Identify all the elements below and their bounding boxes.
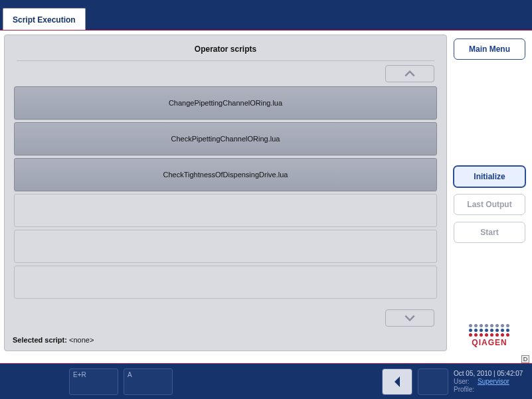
status-box-a[interactable]: A: [124, 368, 173, 395]
logo-dot: [495, 333, 499, 337]
content-row: Operator scripts ChangePipettingChannelO…: [0, 31, 532, 355]
logo-dot: [501, 324, 504, 327]
scroll-up-row: [13, 65, 438, 86]
scroll-up-button[interactable]: [385, 65, 434, 82]
logo-dot: [474, 324, 478, 327]
operator-scripts-panel: Operator scripts ChangePipettingChannelO…: [4, 35, 447, 351]
logo-dot: [469, 329, 472, 332]
logo-dot: [469, 324, 472, 327]
selected-script-value: <none>: [69, 336, 94, 344]
logo-dot: [485, 333, 488, 337]
logo-text: QIAGEN: [472, 338, 507, 347]
pager-next-button[interactable]: [418, 368, 448, 395]
pager: [382, 368, 448, 395]
script-item-empty: [14, 230, 437, 263]
tab-script-execution[interactable]: Script Execution: [3, 8, 86, 30]
script-item-empty: [14, 266, 437, 299]
logo-dot: [480, 324, 483, 327]
logo-dot: [501, 333, 504, 337]
qiagen-logo: QIAGEN: [454, 324, 525, 347]
spacer: [454, 250, 525, 317]
logo-dot: [490, 324, 493, 327]
logo-dot: [495, 324, 499, 327]
spacer: [454, 66, 525, 159]
script-item[interactable]: CheckTightnessOfDispensingDrive.lua: [14, 158, 437, 191]
script-item[interactable]: ChangePipettingChannelORing.lua: [14, 86, 437, 120]
script-item[interactable]: CheckPipettingChannelORing.lua: [14, 122, 437, 155]
status-info: Oct 05, 2010 | 05:42:07 User: Supervisor…: [454, 370, 527, 393]
initialize-button[interactable]: Initialize: [454, 166, 525, 187]
divider: [17, 60, 434, 61]
logo-dot: [480, 333, 483, 337]
selected-script-line: Selected script: <none>: [13, 331, 438, 345]
panel-title: Operator scripts: [13, 42, 438, 60]
last-output-button[interactable]: Last Output: [454, 194, 525, 215]
side-panel: Main Menu Initialize Last Output Start Q…: [451, 35, 528, 351]
user-value[interactable]: Supervisor: [478, 378, 509, 385]
logo-dot: [480, 329, 483, 332]
profile-label: Profile:: [454, 386, 475, 393]
logo-dot: [490, 333, 493, 337]
logo-dot: [474, 333, 478, 337]
logo-dot: [469, 333, 472, 337]
status-bar: E+R A Oct 05, 2010 | 05:42:07 User: Supe…: [0, 363, 532, 399]
logo-dots: [469, 324, 510, 337]
logo-dot: [501, 329, 504, 332]
logo-dot: [506, 324, 509, 327]
d-badge[interactable]: D: [521, 355, 529, 363]
script-list: ChangePipettingChannelORing.lua CheckPip…: [13, 86, 438, 309]
user-label: User:: [454, 378, 475, 385]
logo-dot: [485, 324, 488, 327]
status-datetime: Oct 05, 2010 | 05:42:07: [454, 370, 523, 377]
status-box-er[interactable]: E+R: [69, 368, 118, 395]
selected-script-label: Selected script:: [13, 336, 67, 344]
logo-dot: [485, 329, 488, 332]
main-menu-button[interactable]: Main Menu: [454, 39, 525, 60]
logo-dot: [506, 329, 509, 332]
chevron-down-icon: [404, 315, 416, 321]
badge-row: D: [0, 355, 532, 363]
logo-dot: [506, 333, 509, 337]
logo-dot: [490, 329, 493, 332]
logo-dot: [495, 329, 499, 332]
triangle-left-icon: [393, 376, 401, 388]
start-button[interactable]: Start: [454, 222, 525, 243]
scroll-down-row: [13, 309, 438, 331]
chevron-up-icon: [404, 70, 416, 77]
tab-bar: Script Execution: [0, 0, 532, 31]
pager-prev-button[interactable]: [382, 368, 412, 395]
script-item-empty: [14, 194, 437, 227]
scroll-down-button[interactable]: [385, 309, 434, 327]
logo-dot: [474, 329, 478, 332]
